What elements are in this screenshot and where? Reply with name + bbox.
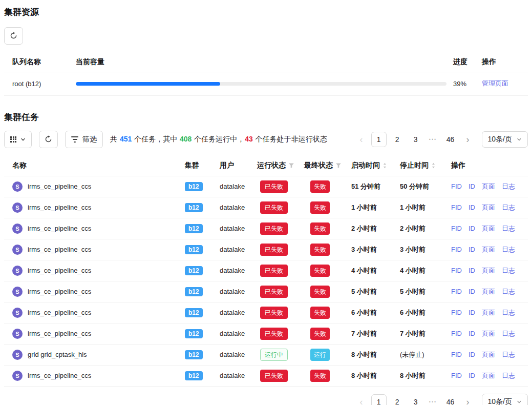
task-action-link-2[interactable]: ID — [469, 225, 475, 232]
task-row: S irms_ce_pipeline_ccs b12 datalake 已失败 … — [4, 260, 528, 281]
row-actions: FIDID页面日志 — [447, 245, 528, 254]
task-action-link-3[interactable]: 页面 — [482, 308, 495, 317]
pagination-next[interactable]: › — [461, 135, 475, 144]
task-action-link-1[interactable]: FID — [451, 309, 462, 316]
grid-icon — [10, 136, 16, 143]
task-user: datalake — [220, 267, 257, 274]
task-action-link-3[interactable]: 页面 — [482, 266, 495, 275]
row-actions: FIDID页面日志 — [447, 287, 528, 296]
spark-avatar-icon: S — [12, 350, 23, 360]
task-action-link-2[interactable]: ID — [469, 330, 475, 337]
manage-page-link[interactable]: 管理页面 — [482, 79, 508, 87]
sort-icon[interactable] — [431, 162, 436, 169]
run-status-badge: 已失败 — [260, 244, 288, 256]
spark-avatar-icon: S — [12, 308, 23, 318]
task-action-link-4[interactable]: 日志 — [502, 350, 515, 359]
filter-funnel-icon[interactable] — [335, 163, 342, 169]
task-action-link-3[interactable]: 页面 — [482, 224, 495, 233]
task-action-link-4[interactable]: 日志 — [502, 203, 515, 212]
task-action-link-2[interactable]: ID — [469, 267, 475, 274]
task-action-link-2[interactable]: ID — [469, 351, 475, 358]
pagination-page-46[interactable]: 46 — [443, 394, 458, 405]
tasks-header-start-time: 启动时间 — [351, 161, 400, 170]
task-action-link-3[interactable]: 页面 — [482, 182, 495, 191]
task-action-link-4[interactable]: 日志 — [502, 371, 515, 380]
task-action-link-4[interactable]: 日志 — [502, 308, 515, 317]
final-status-badge: 失败 — [310, 201, 330, 214]
start-time: 7 小时前 — [351, 329, 400, 338]
pagination-ellipsis[interactable]: ••• — [427, 399, 440, 404]
task-name: irms_ce_pipeline_ccs — [28, 288, 91, 295]
pagination-page-1[interactable]: 1 — [371, 394, 387, 405]
task-action-link-1[interactable]: FID — [451, 372, 462, 379]
filter-button[interactable]: 筛选 — [65, 131, 103, 148]
task-action-link-4[interactable]: 日志 — [502, 245, 515, 254]
pagination-page-46[interactable]: 46 — [443, 132, 458, 147]
resources-header-queue: 队列名称 — [4, 57, 76, 67]
pagination-ellipsis[interactable]: ••• — [427, 137, 440, 142]
pagination-page-1[interactable]: 1 — [371, 132, 387, 147]
task-action-link-2[interactable]: ID — [469, 183, 475, 190]
final-status-badge: 失败 — [310, 180, 330, 193]
pagination-page-3[interactable]: 3 — [408, 132, 423, 147]
task-action-link-3[interactable]: 页面 — [482, 287, 495, 296]
task-action-link-3[interactable]: 页面 — [482, 350, 495, 359]
resources-header-row: 队列名称 当前容量 进度 操作 — [4, 53, 528, 72]
row-actions: FIDID页面日志 — [447, 371, 528, 380]
tasks-header-final-status: 最终状态 — [304, 161, 351, 170]
task-action-link-1[interactable]: FID — [451, 225, 462, 232]
final-status-badge: 失败 — [310, 244, 330, 256]
filter-funnel-icon[interactable] — [288, 163, 294, 169]
spark-avatar-icon: S — [12, 371, 23, 381]
summary-text: 个任务运行中， — [192, 135, 244, 143]
cluster-badge: b12 — [185, 203, 203, 212]
pagination-prev[interactable]: ‹ — [355, 397, 368, 405]
task-action-link-4[interactable]: 日志 — [502, 266, 515, 275]
tasks-header-run-status: 运行状态 — [257, 161, 304, 170]
resources-header-progress: 进度 — [453, 57, 478, 67]
pagination-page-2[interactable]: 2 — [390, 394, 405, 405]
task-action-link-1[interactable]: FID — [451, 351, 462, 358]
column-settings-button[interactable] — [4, 131, 32, 148]
task-action-link-1[interactable]: FID — [451, 267, 462, 274]
task-action-link-2[interactable]: ID — [469, 288, 475, 295]
stop-time: 5 小时前 — [400, 287, 447, 296]
task-action-link-3[interactable]: 页面 — [482, 203, 495, 212]
cluster-tasks-title: 集群任务 — [4, 111, 528, 124]
task-action-link-2[interactable]: ID — [469, 372, 475, 379]
task-action-link-2[interactable]: ID — [469, 309, 475, 316]
task-action-link-4[interactable]: 日志 — [502, 329, 515, 338]
pagination-page-3[interactable]: 3 — [408, 394, 423, 405]
resources-refresh-button[interactable] — [4, 27, 23, 45]
task-action-link-1[interactable]: FID — [451, 330, 462, 337]
task-action-link-3[interactable]: 页面 — [482, 245, 495, 254]
start-time: 5 小时前 — [351, 287, 400, 296]
task-action-link-1[interactable]: FID — [451, 288, 462, 295]
task-action-link-1[interactable]: FID — [451, 183, 462, 190]
task-action-link-1[interactable]: FID — [451, 204, 462, 211]
task-action-link-4[interactable]: 日志 — [502, 287, 515, 296]
task-user: datalake — [220, 183, 257, 190]
start-time: 3 小时前 — [351, 245, 400, 254]
task-user: datalake — [220, 204, 257, 211]
task-action-link-4[interactable]: 日志 — [502, 182, 515, 191]
task-row: S irms_ce_pipeline_ccs b12 datalake 已失败 … — [4, 302, 528, 323]
task-action-link-2[interactable]: ID — [469, 246, 475, 253]
task-action-link-4[interactable]: 日志 — [502, 224, 515, 233]
pagination-prev[interactable]: ‹ — [355, 135, 368, 144]
pagination-page-2[interactable]: 2 — [390, 132, 405, 147]
final-status-badge: 失败 — [310, 370, 330, 382]
task-action-link-2[interactable]: ID — [469, 204, 475, 211]
task-action-link-3[interactable]: 页面 — [482, 371, 495, 380]
queue-name: root (b12) — [4, 80, 76, 88]
page-size-select[interactable]: 10条/页 — [482, 394, 528, 405]
page-size-select[interactable]: 10条/页 — [482, 131, 528, 148]
final-status-badge: 失败 — [310, 307, 330, 319]
task-action-link-1[interactable]: FID — [451, 246, 462, 253]
filter-icon — [71, 136, 78, 143]
pagination-next[interactable]: › — [461, 397, 475, 405]
task-action-link-3[interactable]: 页面 — [482, 329, 495, 338]
task-name: irms_ce_pipeline_ccs — [28, 183, 91, 190]
sort-icon[interactable] — [382, 162, 387, 169]
tasks-refresh-button[interactable] — [39, 131, 58, 148]
